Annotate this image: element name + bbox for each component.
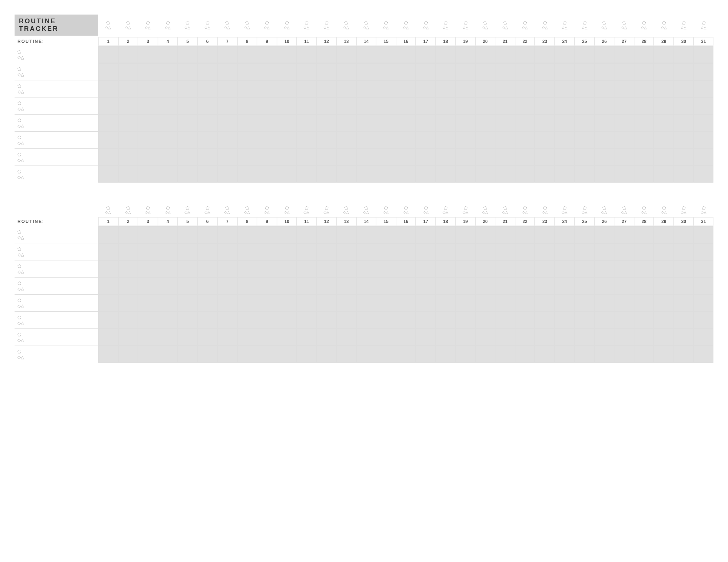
day-cell-row4-day30[interactable] [674,115,694,131]
day-cell-row5-day24[interactable] [555,132,575,148]
day-cell-row3-day10[interactable] [277,97,297,114]
day-cell-row0-day18[interactable] [436,46,456,63]
day-cell-row0-day28[interactable] [634,46,654,63]
day-cell-row2-day14[interactable] [356,260,376,277]
day-cell-row7-day21[interactable] [495,166,515,183]
day-cell-row4-day5[interactable] [178,295,198,311]
day-cell-row3-day15[interactable] [376,278,396,294]
day-cell-row5-day23[interactable] [535,132,555,148]
day-cell-row2-day17[interactable] [416,80,436,97]
day-cell-row0-day6[interactable] [198,226,218,243]
day-cell-row3-day9[interactable] [257,278,277,294]
day-cell-row5-day12[interactable] [317,312,337,328]
day-cell-row3-day26[interactable] [594,278,614,294]
day-cell-row2-day18[interactable] [436,260,456,277]
day-cell-row5-day27[interactable] [614,132,634,148]
day-cell-row2-day27[interactable] [614,260,634,277]
day-cell-row3-day28[interactable] [634,278,654,294]
day-cell-row1-day30[interactable] [674,63,694,80]
day-cell-row1-day18[interactable] [436,243,456,260]
day-cell-row0-day4[interactable] [158,226,178,243]
day-cell-row4-day23[interactable] [535,115,555,131]
day-cell-row4-day15[interactable] [376,295,396,311]
day-cell-row5-day19[interactable] [455,132,475,148]
day-cell-row6-day9[interactable] [257,329,277,346]
day-cell-row5-day17[interactable] [416,312,436,328]
day-cell-row4-day8[interactable] [237,115,257,131]
day-cell-row3-day25[interactable] [574,278,594,294]
day-cell-row2-day15[interactable] [376,260,396,277]
day-cell-row5-day11[interactable] [297,132,317,148]
day-cell-row5-day2[interactable] [118,132,138,148]
day-cell-row5-day3[interactable] [138,132,158,148]
day-cell-row2-day31[interactable] [693,260,713,277]
day-cell-row0-day9[interactable] [257,46,277,63]
day-cell-row5-day5[interactable] [178,312,198,328]
day-cell-row3-day28[interactable] [634,97,654,114]
day-cell-row5-day14[interactable] [356,132,376,148]
day-cell-row4-day5[interactable] [178,115,198,131]
day-cell-row3-day18[interactable] [436,278,456,294]
day-cell-row7-day19[interactable] [455,166,475,183]
day-cell-row4-day18[interactable] [436,295,456,311]
day-cell-row4-day29[interactable] [654,115,674,131]
day-cell-row7-day23[interactable] [535,346,555,363]
day-cell-row3-day26[interactable] [594,97,614,114]
day-cell-row2-day13[interactable] [336,80,356,97]
day-cell-row5-day30[interactable] [674,312,694,328]
day-cell-row0-day7[interactable] [217,46,237,63]
day-cell-row1-day24[interactable] [555,63,575,80]
day-cell-row7-day12[interactable] [317,346,337,363]
day-cell-row2-day23[interactable] [535,260,555,277]
day-cell-row3-day23[interactable] [535,278,555,294]
day-cell-row6-day8[interactable] [237,149,257,166]
day-cell-row7-day3[interactable] [138,346,158,363]
day-cell-row4-day19[interactable] [455,115,475,131]
day-cell-row5-day5[interactable] [178,132,198,148]
day-cell-row4-day26[interactable] [594,115,614,131]
day-cell-row7-day25[interactable] [574,346,594,363]
day-cell-row0-day23[interactable] [535,226,555,243]
day-cell-row0-day23[interactable] [535,46,555,63]
day-cell-row3-day17[interactable] [416,97,436,114]
day-cell-row7-day13[interactable] [336,166,356,183]
day-cell-row4-day28[interactable] [634,115,654,131]
day-cell-row2-day1[interactable] [98,80,118,97]
day-cell-row6-day16[interactable] [396,149,416,166]
day-cell-row4-day31[interactable] [693,295,713,311]
day-cell-row7-day15[interactable] [376,166,396,183]
day-cell-row1-day19[interactable] [455,243,475,260]
day-cell-row2-day18[interactable] [436,80,456,97]
day-cell-row0-day17[interactable] [416,226,436,243]
day-cell-row5-day9[interactable] [257,312,277,328]
day-cell-row6-day29[interactable] [654,329,674,346]
day-cell-row0-day29[interactable] [654,226,674,243]
day-cell-row4-day22[interactable] [515,115,535,131]
day-cell-row5-day10[interactable] [277,132,297,148]
day-cell-row6-day27[interactable] [614,149,634,166]
day-cell-row5-day25[interactable] [574,312,594,328]
day-cell-row2-day13[interactable] [336,260,356,277]
day-cell-row2-day2[interactable] [118,80,138,97]
day-cell-row0-day15[interactable] [376,46,396,63]
day-cell-row5-day18[interactable] [436,132,456,148]
day-cell-row6-day10[interactable] [277,149,297,166]
day-cell-row5-day2[interactable] [118,312,138,328]
day-cell-row6-day20[interactable] [475,149,495,166]
day-cell-row1-day23[interactable] [535,63,555,80]
day-cell-row2-day14[interactable] [356,80,376,97]
day-cell-row0-day29[interactable] [654,46,674,63]
day-cell-row1-day1[interactable] [98,63,118,80]
day-cell-row6-day4[interactable] [158,149,178,166]
day-cell-row7-day13[interactable] [336,346,356,363]
day-cell-row2-day28[interactable] [634,80,654,97]
day-cell-row0-day31[interactable] [693,46,713,63]
day-cell-row1-day21[interactable] [495,63,515,80]
day-cell-row6-day10[interactable] [277,329,297,346]
day-cell-row2-day26[interactable] [594,80,614,97]
day-cell-row3-day21[interactable] [495,278,515,294]
day-cell-row4-day8[interactable] [237,295,257,311]
day-cell-row1-day29[interactable] [654,243,674,260]
day-cell-row0-day27[interactable] [614,46,634,63]
day-cell-row2-day26[interactable] [594,260,614,277]
